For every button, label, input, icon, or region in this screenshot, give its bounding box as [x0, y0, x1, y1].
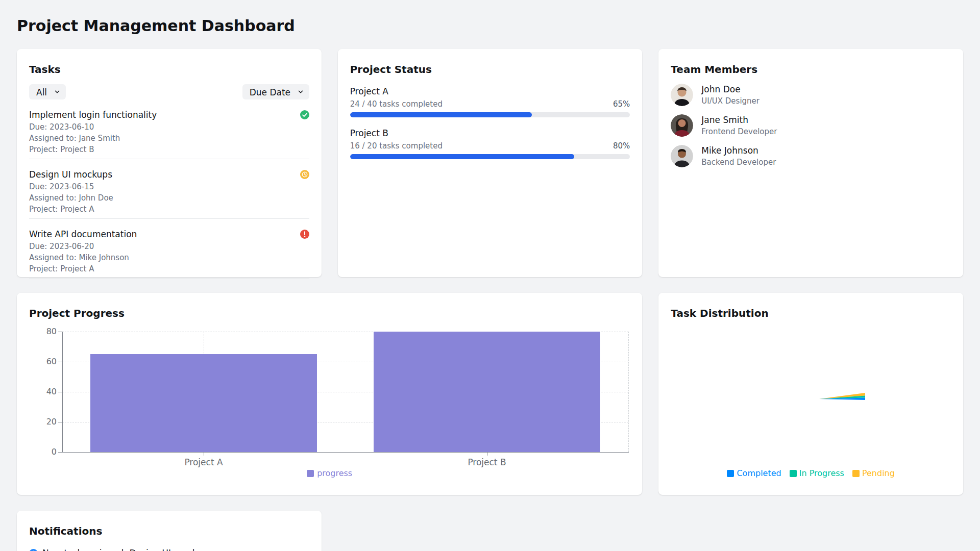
team-member-row: Jane Smith Frontend Developer: [671, 114, 951, 137]
x-axis-label: Project A: [148, 457, 260, 467]
y-axis-tick: [58, 332, 62, 332]
y-axis-tick: [58, 452, 62, 453]
notifications-card: Notifications New task assigned: Design …: [17, 511, 322, 551]
legend-label: progress: [317, 468, 352, 478]
legend-item: Completed: [727, 468, 781, 478]
y-axis-tick-label: 80: [30, 327, 57, 336]
bar-project-a: [90, 354, 317, 452]
legend-swatch: [307, 470, 314, 477]
project-name: Project B: [350, 128, 630, 138]
task-filter-select[interactable]: All: [29, 84, 66, 99]
team-member-row: Mike Johnson Backend Developer: [671, 145, 951, 167]
task-project: Project: Project A: [29, 265, 309, 273]
member-name: Mike Johnson: [701, 145, 776, 156]
team-members-card: Team Members John Doe UI/UX Designer: [658, 49, 963, 277]
task-title: Implement login functionality: [29, 110, 157, 120]
team-member-row: John Doe UI/UX Designer: [671, 84, 951, 106]
task-assignee: Assigned to: Mike Johnson: [29, 254, 309, 262]
x-axis-label: Project B: [431, 457, 543, 467]
progress-bar-fill: [350, 112, 532, 117]
avatar: [671, 84, 693, 106]
task-row: Implement login functionality Due: 2023-…: [29, 99, 309, 159]
x-axis-tick: [487, 453, 487, 456]
info-icon: [29, 549, 38, 551]
y-axis-tick-label: 0: [30, 447, 57, 457]
task-filter-dropdown[interactable]: All: [29, 84, 66, 99]
task-sort-dropdown[interactable]: Due Date: [242, 84, 309, 99]
member-name: John Doe: [701, 84, 760, 94]
progress-bar-fill: [350, 154, 574, 159]
alert-circle-icon: [300, 230, 309, 239]
legend-label: Completed: [737, 468, 781, 478]
task-due: Due: 2023-06-20: [29, 242, 309, 251]
legend-label: In Progress: [799, 468, 844, 478]
plot-area: [62, 332, 628, 452]
task-project: Project: Project B: [29, 145, 309, 154]
member-role: Frontend Developer: [701, 127, 777, 136]
page-title: Project Management Dashboard: [0, 0, 980, 36]
member-name: Jane Smith: [701, 115, 777, 125]
project-tasks-completed: 16 / 20 tasks completed: [350, 141, 443, 151]
y-axis-tick-label: 20: [30, 417, 57, 427]
task-due: Due: 2023-06-15: [29, 183, 309, 191]
task-assignee: Assigned to: Jane Smith: [29, 134, 309, 142]
member-role: Backend Developer: [701, 158, 776, 167]
legend-item: Pending: [852, 468, 895, 478]
task-project: Project: Project A: [29, 205, 309, 213]
project-name: Project A: [350, 86, 630, 96]
pie-chart-legend: Completed In Progress Pending: [658, 468, 963, 478]
legend-swatch: [727, 470, 734, 477]
dashboard-page: Project Management Dashboard Tasks All D…: [0, 0, 980, 551]
task-title: Design UI mockups: [29, 169, 112, 180]
project-status-title: Project Status: [350, 63, 630, 76]
dashboard-grid: Tasks All Due Date Implement logi: [17, 49, 963, 551]
progress-bar-track: [350, 154, 630, 159]
notification-row: New task assigned: Design UI mockups: [29, 548, 309, 551]
avatar: [671, 114, 693, 137]
pie-chart: [819, 393, 865, 402]
notifications-title: Notifications: [29, 525, 309, 537]
task-row: Write API documentation Due: 2023-06-20 …: [29, 219, 309, 279]
pie-chart-region: Completed In Progress Pending: [658, 293, 963, 495]
project-percent: 80%: [613, 141, 630, 151]
member-role: UI/UX Designer: [701, 96, 760, 106]
avatar: [671, 145, 693, 167]
task-assignee: Assigned to: John Doe: [29, 194, 309, 202]
task-distribution-card: Task Distribution Completed In Progress: [658, 293, 963, 495]
progress-bar-track: [350, 112, 630, 117]
project-tasks-completed: 24 / 40 tasks completed: [350, 99, 443, 109]
legend-swatch: [790, 470, 797, 477]
project-percent: 65%: [613, 99, 630, 109]
clock-icon: [300, 170, 309, 179]
x-axis-line: [62, 452, 629, 453]
bar-chart: 80 60 40 20 0: [17, 293, 642, 495]
legend-swatch: [852, 470, 860, 477]
y-axis-tick: [58, 422, 62, 422]
task-title: Write API documentation: [29, 229, 137, 239]
notification-text: New task assigned: Design UI mockups: [42, 548, 212, 551]
y-axis-tick-label: 40: [30, 387, 57, 396]
legend-item: In Progress: [790, 468, 844, 478]
bar-project-b: [374, 332, 600, 452]
team-members-title: Team Members: [671, 63, 951, 76]
legend-label: Pending: [862, 468, 895, 478]
project-status-row: Project B 16 / 20 tasks completed 80%: [350, 128, 630, 159]
bar-chart-legend: progress: [17, 468, 642, 478]
check-circle-icon: [300, 110, 309, 119]
project-progress-card: Project Progress 80 60 40 20 0: [17, 293, 642, 495]
task-due: Due: 2023-06-10: [29, 123, 309, 131]
task-sort-select[interactable]: Due Date: [242, 84, 309, 99]
task-row: Design UI mockups Due: 2023-06-15 Assign…: [29, 159, 309, 219]
y-axis-tick-label: 60: [30, 357, 57, 366]
y-axis-tick: [58, 392, 62, 392]
task-controls: All Due Date: [29, 84, 309, 99]
tasks-card: Tasks All Due Date Implement logi: [17, 49, 322, 277]
x-axis-tick: [204, 453, 204, 456]
y-axis-line: [62, 332, 63, 453]
y-axis-tick: [58, 362, 62, 362]
project-status-card: Project Status Project A 24 / 40 tasks c…: [338, 49, 643, 277]
gridline: [628, 332, 629, 452]
tasks-card-title: Tasks: [29, 63, 309, 76]
project-status-row: Project A 24 / 40 tasks completed 65%: [350, 86, 630, 117]
